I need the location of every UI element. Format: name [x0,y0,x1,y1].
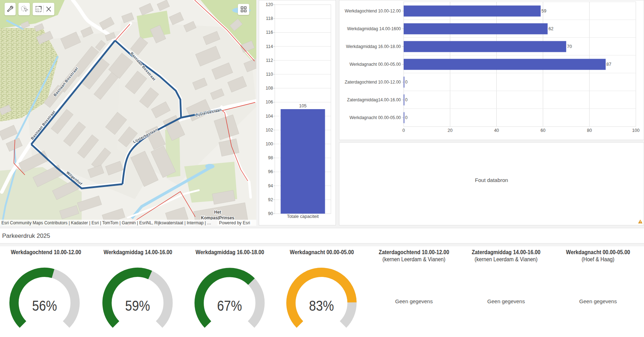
svg-text:67%: 67% [217,298,242,314]
svg-text:Werkdagmiddag 16.00-18.00: Werkdagmiddag 16.00-18.00 [346,44,401,49]
svg-text:120: 120 [266,2,273,7]
svg-text:0: 0 [405,97,408,102]
svg-text:59: 59 [541,9,546,14]
svg-text:106: 106 [266,100,273,105]
svg-text:87: 87 [606,62,611,67]
svg-text:94: 94 [268,183,273,188]
svg-text:Zaterdagmiddag14.00-16.00: Zaterdagmiddag14.00-16.00 [347,97,401,102]
svg-text:Werkdagnacht 00.00-05.00: Werkdagnacht 00.00-05.00 [349,62,401,67]
svg-text:0: 0 [403,128,405,133]
svg-text:116: 116 [266,30,273,35]
svg-text:114: 114 [266,44,273,49]
svg-text:108: 108 [266,86,273,91]
svg-text:40: 40 [494,128,499,133]
svg-text:80: 80 [587,128,592,133]
svg-text:0: 0 [405,115,408,120]
svg-text:102: 102 [266,128,273,133]
svg-text:104: 104 [266,114,273,119]
svg-text:Werkdagmiddag 14.00-1600: Werkdagmiddag 14.00-1600 [347,26,401,31]
svg-text:70: 70 [567,44,572,49]
svg-text:83%: 83% [309,298,334,314]
svg-text:100: 100 [632,128,640,133]
svg-text:90: 90 [268,211,273,216]
svg-text:Werkdagochtend 10.00-12.00: Werkdagochtend 10.00-12.00 [345,9,401,14]
svg-text:112: 112 [266,58,273,63]
svg-text:59%: 59% [125,298,150,314]
svg-text:Werkdagnacht 00.00-05.00: Werkdagnacht 00.00-05.00 [349,115,401,120]
svg-text:20: 20 [448,128,453,133]
svg-text:62: 62 [549,26,553,31]
svg-text:100: 100 [266,141,273,146]
svg-text:96: 96 [268,169,273,174]
svg-text:98: 98 [268,155,273,160]
svg-text:Totale capaciteit: Totale capaciteit [287,214,319,219]
svg-text:Zaterdagochtend 10.00-12.00: Zaterdagochtend 10.00-12.00 [345,80,401,85]
svg-text:92: 92 [268,197,273,202]
svg-text:60: 60 [540,128,545,133]
svg-text:Het: Het [214,210,221,215]
svg-text:0: 0 [405,80,408,85]
svg-text:105: 105 [299,103,307,108]
svg-text:110: 110 [266,72,273,77]
svg-text:118: 118 [266,16,273,21]
svg-text:56%: 56% [32,298,57,314]
